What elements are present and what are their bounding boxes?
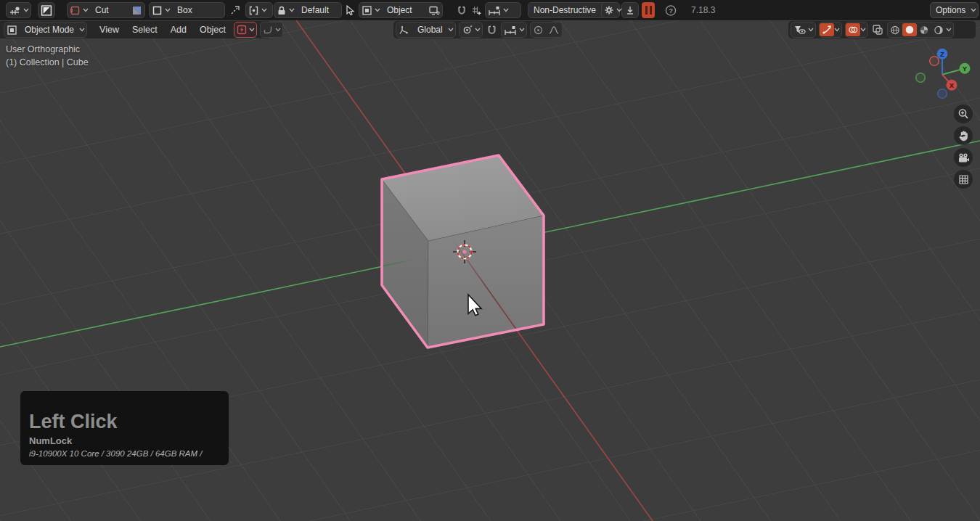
svg-text:?: ? [669,6,673,14]
grid-icon [958,174,969,185]
menu-object[interactable]: Object [193,25,232,35]
view-label: User Orthographic [6,44,80,54]
viewport-header-left: Object Mode View Select Add Object [0,21,271,38]
object-mode-label: Object Mode [20,25,79,35]
proportional-edit-icon [531,25,546,36]
chevron-down-icon [249,28,256,32]
viewport-header-right [788,21,976,38]
gizmo-toggle-icon[interactable] [820,23,834,36]
shading-solid-icon[interactable] [902,23,917,36]
gizmo-axis-y-positive[interactable]: Y [960,63,971,74]
select-box-field[interactable]: Box [149,2,225,18]
axes-icon [396,25,412,36]
chevron-down-icon [808,28,815,32]
default-field-value[interactable]: Default [296,5,334,15]
pivot-point-dropdown[interactable] [459,22,483,38]
object-field-value[interactable]: Object [382,5,426,15]
gizmo-axis-z-positive[interactable]: Z [937,49,948,60]
chevron-down-icon [261,8,269,12]
gizmo-axis-x-positive[interactable]: X [947,80,957,91]
pan-button[interactable] [954,126,973,145]
chevron-down-icon [834,28,841,32]
increment-snap-icon [502,25,519,36]
transform-orientation-dropdown[interactable]: Global [396,22,456,38]
options-button[interactable]: Options [930,2,979,18]
rounded-corner-icon [261,25,275,35]
chevron-down-icon [375,8,382,12]
cut-field-value[interactable]: Cut [90,5,129,15]
xray-toggle-icon[interactable] [870,24,886,36]
image-texture-toggle[interactable] [38,2,55,18]
keycast-subtitle: NumLock [29,435,220,446]
menu-view[interactable]: View [93,25,126,35]
chevron-down-icon [503,8,510,12]
camera-icon [957,152,970,163]
overlays-toggle-icon[interactable] [846,23,860,36]
magnet-icon[interactable] [454,2,469,18]
gear-icon [602,5,616,15]
gizmo-axis-z-negative[interactable] [938,89,947,99]
slot-icon [68,5,83,16]
corner-tool-dropdown[interactable] [260,22,283,38]
chevron-down-icon [946,28,953,32]
gizmo-axis-y-negative[interactable] [916,73,926,83]
lightning-bolt-icon [234,25,249,35]
magnifier-plus-icon [957,108,969,120]
box-field-value[interactable]: Box [172,5,224,15]
camera-view-button[interactable] [954,148,973,167]
chevron-down-icon [275,28,282,32]
chevron-down-icon [448,28,455,32]
gizmos-dropdown[interactable] [819,22,842,38]
chevron-down-icon [475,28,482,32]
active-tool-dropdown[interactable] [234,22,257,38]
ortho-toggle-button[interactable] [954,170,973,189]
object-mode-dropdown[interactable]: Object Mode [4,22,87,38]
asset-cut-field[interactable]: Cut [67,2,145,18]
snap-target-dropdown[interactable] [245,2,273,18]
chevron-down-icon [165,8,172,12]
chevron-down-icon [23,8,30,12]
zoom-button[interactable] [954,104,973,123]
workspace-tool-dropdown[interactable] [6,2,31,18]
diagonal-split-icon [129,5,144,16]
lock-icon [274,5,289,16]
chevron-down-icon [79,28,86,32]
overlays-dropdown[interactable] [845,22,868,38]
snap-increment-dropdown[interactable] [485,2,521,18]
chevron-down-icon [519,28,526,32]
cursor-arrow-icon[interactable] [343,2,357,18]
viewport-3d[interactable]: User Orthographic (1) Collection | Cube … [0,20,980,521]
proportional-edit-group[interactable] [530,22,563,38]
lock-default-field[interactable]: Default [274,2,342,18]
mode-dropdown-value[interactable]: Non-Destructive [528,5,611,15]
gear-dropdown[interactable] [601,2,620,18]
chevron-down-icon [971,8,978,12]
help-icon[interactable]: ? [663,2,679,18]
monitor-icon [426,5,442,16]
ne-arrow-icon[interactable] [227,2,243,18]
download-icon[interactable] [621,2,639,18]
keycast-specs: i9-10900X 10 Core / 3090 24GB / 64GB RAM… [29,449,220,458]
shading-wireframe-icon[interactable] [888,25,902,36]
square-fill-icon [359,5,375,16]
pause-button[interactable] [642,2,655,18]
snap-magnet-icon[interactable] [484,25,499,36]
menu-select[interactable]: Select [126,25,164,35]
chevron-down-icon [616,8,624,12]
navigation-gizmo[interactable]: Z Y X [910,42,976,109]
object-type-field[interactable]: Object [359,2,443,18]
options-label: Options [931,5,971,15]
shading-material-icon[interactable] [917,25,931,36]
increment-snap-icon [486,5,503,16]
gizmo-axis-x-negative[interactable] [930,57,939,66]
visibility-dropdown[interactable] [791,22,816,38]
svg-text:Y: Y [963,65,968,73]
menu-add[interactable]: Add [164,25,193,35]
bracket-dot-icon [246,5,261,16]
viewport-header-center: Global [393,21,555,38]
shading-rendered-icon[interactable] [931,25,946,36]
object-mode-icon [4,25,20,36]
snap-with-dropdown[interactable] [501,22,527,38]
grid-snap-icon[interactable] [469,2,483,18]
node-tool-icon [7,4,23,16]
